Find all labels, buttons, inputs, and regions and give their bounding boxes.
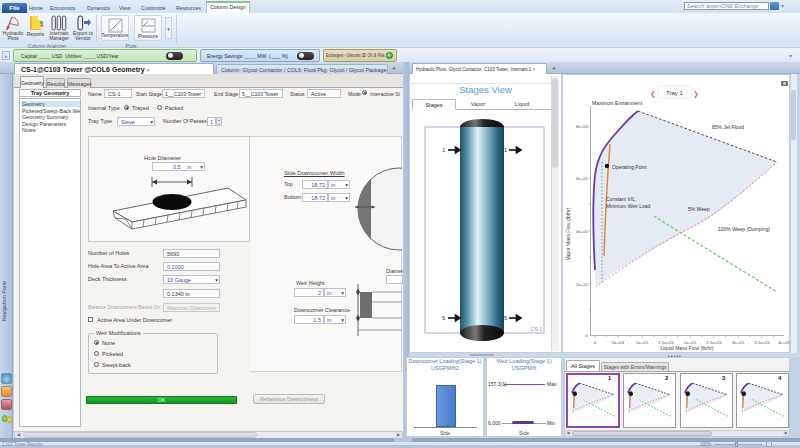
svg-text:3e+05: 3e+05 [732,340,745,345]
svg-text:6e+05: 6e+05 [576,176,589,181]
svg-text:5: 5 [442,315,445,321]
svg-text:CS-1: CS-1 [531,326,543,332]
svg-text:1: 1 [442,147,445,153]
svg-text:Vapor Mass Flow (lb/hr): Vapor Mass Flow (lb/hr) [565,207,571,260]
svg-text:5e+04: 5e+04 [612,340,625,345]
svg-text:0: 0 [594,340,597,345]
svg-text:85% Jet Flood: 85% Jet Flood [712,124,744,130]
svg-text:5% Weep: 5% Weep [688,206,710,212]
svg-text:100% Weep (Dumping): 100% Weep (Dumping) [718,226,770,232]
svg-text:Minimum Weir Load: Minimum Weir Load [606,203,651,209]
svg-text:4e+05: 4e+05 [576,229,589,234]
svg-text:Operating Point: Operating Point [612,164,647,170]
svg-text:1e+05: 1e+05 [636,340,649,345]
svg-text:Tray 1: Tray 1 [666,90,683,96]
svg-text:5: 5 [504,315,507,321]
svg-text:4e+05: 4e+05 [778,340,790,345]
svg-text:Maximum Entrainment: Maximum Entrainment [592,100,643,106]
svg-text:2e+05: 2e+05 [576,282,589,287]
svg-text:8e+05: 8e+05 [576,124,589,129]
svg-text:Constant V/L,: Constant V/L, [606,196,636,202]
svg-text:0: 0 [586,333,589,338]
svg-text:3.5e+05: 3.5e+05 [754,340,770,345]
svg-text:❯: ❯ [693,90,699,98]
svg-text:1: 1 [504,147,507,153]
svg-text:❮: ❮ [650,90,656,98]
svg-text:Liquid Mass Flow (lb/hr): Liquid Mass Flow (lb/hr) [660,345,713,351]
